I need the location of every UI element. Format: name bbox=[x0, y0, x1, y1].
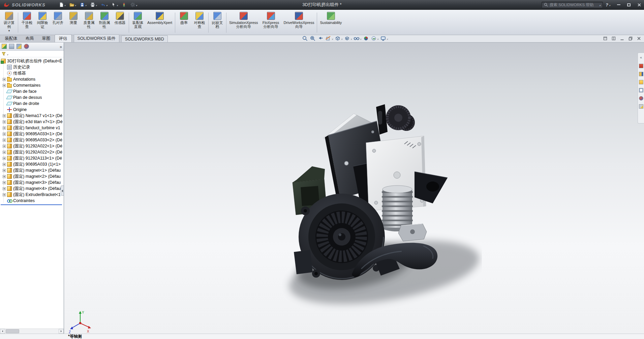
task-pane-expand-chevron[interactable] bbox=[640, 54, 642, 60]
search-dropdown-caret[interactable] bbox=[599, 2, 601, 8]
tree-item[interactable]: (固定) magnet<4> (Défau bbox=[0, 186, 64, 192]
doc-window-icon[interactable] bbox=[603, 36, 608, 41]
close-button[interactable] bbox=[634, 1, 644, 8]
expand-toggle[interactable] bbox=[3, 133, 6, 136]
ribbon-button[interactable] bbox=[208, 12, 209, 33]
scroll-left-arrow[interactable] bbox=[0, 329, 5, 334]
dropdown-caret-icon[interactable] bbox=[64, 2, 66, 8]
maximize-button[interactable] bbox=[624, 1, 634, 8]
expand-toggle[interactable] bbox=[3, 169, 6, 172]
select-tool-button[interactable] bbox=[110, 1, 119, 8]
appearances-scenes-tab[interactable] bbox=[639, 96, 643, 101]
apply-scene-button[interactable] bbox=[371, 35, 378, 41]
search-input[interactable]: 搜索 SOLIDWORKS 帮助 bbox=[542, 2, 603, 8]
expand-toggle[interactable] bbox=[3, 187, 6, 190]
file-explorer-tab[interactable] bbox=[639, 80, 643, 84]
tree-item[interactable]: Commentaires bbox=[0, 82, 64, 88]
expand-toggle[interactable] bbox=[3, 139, 6, 142]
minimize-button[interactable] bbox=[614, 1, 624, 8]
dropdown-caret-icon[interactable] bbox=[609, 2, 610, 8]
ribbon-button[interactable]: 对称检 查 bbox=[192, 10, 207, 35]
ribbon-button[interactable]: FloXpress 分析向导 bbox=[260, 10, 282, 35]
tree-item[interactable]: (固定) Nema17 v1<1> (Dé bbox=[0, 113, 64, 119]
tree-item[interactable]: (固定) fanduct_turbine v1 bbox=[0, 125, 64, 131]
hide-show-items-button[interactable] bbox=[354, 35, 361, 41]
help-button[interactable] bbox=[606, 2, 610, 8]
section-view-button[interactable] bbox=[325, 35, 333, 41]
ribbon-button[interactable]: DriveWorksXpress 向导 bbox=[282, 10, 316, 35]
edit-appearance-button[interactable] bbox=[363, 35, 369, 41]
ribbon-button[interactable]: 比较文 档 bbox=[210, 10, 225, 35]
tree-item[interactable]: Plan de dessus bbox=[0, 94, 64, 101]
design-library-tab[interactable] bbox=[639, 72, 643, 76]
new-file-button[interactable] bbox=[58, 1, 67, 8]
options-button[interactable] bbox=[129, 1, 138, 8]
tree-item[interactable]: (固定) 91292A022<2> (Dé bbox=[0, 149, 64, 155]
dropdown-caret-icon[interactable] bbox=[7, 51, 8, 57]
command-tab[interactable]: 评估 bbox=[55, 34, 72, 42]
view-settings-button[interactable] bbox=[380, 35, 388, 41]
display-style-button[interactable] bbox=[344, 35, 352, 41]
propertymanager-tab[interactable] bbox=[9, 44, 14, 49]
ribbon-button[interactable] bbox=[226, 12, 226, 33]
command-tab[interactable]: 装配体 bbox=[1, 35, 22, 42]
tree-item[interactable]: (固定) magnet<2> (Défau bbox=[0, 173, 64, 179]
dropdown-caret-icon[interactable] bbox=[350, 35, 352, 41]
dropdown-caret-icon[interactable] bbox=[117, 2, 118, 8]
dropdown-caret-icon[interactable] bbox=[85, 2, 87, 8]
scroll-thumb[interactable] bbox=[6, 329, 19, 333]
tree-item[interactable]: (固定) 91292A113<1> (Dé bbox=[0, 155, 64, 161]
view-orientation-button[interactable] bbox=[335, 35, 342, 41]
expand-toggle[interactable] bbox=[3, 114, 6, 117]
dropdown-caret-icon[interactable] bbox=[341, 35, 342, 41]
expand-toggle[interactable] bbox=[3, 120, 6, 123]
command-tab[interactable]: SOLIDWORKS 插件 bbox=[74, 34, 119, 42]
tree-item[interactable]: (固定) magnet<1> (Défau bbox=[0, 167, 64, 173]
tree-item[interactable]: (固定) 90695A033<1> (Dé bbox=[0, 131, 64, 137]
ribbon-button[interactable]: 质量属 性 bbox=[81, 10, 97, 35]
configurationmanager-tab[interactable] bbox=[17, 44, 22, 49]
ribbon-button[interactable]: 设计算 例 ▾ bbox=[1, 10, 17, 35]
zoom-to-fit-button[interactable] bbox=[302, 35, 308, 41]
panel-tabs-overflow-chevron[interactable] bbox=[60, 44, 62, 50]
tree-item[interactable]: (固定) ExtruderBracket<1 bbox=[0, 192, 64, 198]
dropdown-caret-icon[interactable] bbox=[387, 35, 388, 41]
dropdown-caret-icon[interactable] bbox=[332, 35, 333, 41]
undo-button[interactable] bbox=[99, 1, 109, 8]
rollback-bar[interactable] bbox=[1, 204, 62, 205]
tree-item[interactable]: Annotations bbox=[0, 76, 64, 82]
expand-toggle[interactable] bbox=[3, 181, 6, 184]
ribbon-button[interactable]: Sustainability bbox=[318, 10, 343, 35]
doc-restore-button[interactable] bbox=[628, 36, 633, 41]
ribbon-button[interactable] bbox=[175, 12, 175, 33]
expand-toggle[interactable] bbox=[3, 163, 6, 166]
tree-item[interactable]: Plan de face bbox=[0, 88, 64, 94]
expand-toggle[interactable] bbox=[3, 175, 6, 178]
rebuild-button[interactable] bbox=[120, 1, 128, 8]
ribbon-button[interactable] bbox=[129, 12, 129, 33]
zoom-to-area-button[interactable] bbox=[310, 35, 316, 41]
previous-view-button[interactable] bbox=[317, 35, 324, 41]
command-tab[interactable]: 草图 bbox=[38, 35, 55, 42]
view-palette-tab[interactable] bbox=[639, 88, 643, 92]
tree-item[interactable]: (固定) 91292A022<1> (Dé bbox=[0, 143, 64, 149]
ribbon-button[interactable]: AssemblyXpert bbox=[146, 10, 174, 35]
command-tab[interactable]: 布局 bbox=[22, 35, 38, 42]
ribbon-button[interactable]: 干涉检 查 bbox=[19, 10, 35, 35]
tree-item[interactable]: (固定) magnet<3> (Défau bbox=[0, 179, 64, 186]
tree-item[interactable]: Origine bbox=[0, 107, 64, 113]
featuremanager-tree-tab[interactable] bbox=[2, 44, 7, 49]
command-tab[interactable]: SOLIDWORKS MBD bbox=[121, 35, 168, 42]
ribbon-button[interactable]: 孔对齐 bbox=[50, 10, 66, 35]
ribbon-button[interactable]: 曲率 bbox=[176, 10, 192, 35]
tree-item[interactable]: Plan de droite bbox=[0, 101, 64, 107]
dropdown-caret-icon[interactable] bbox=[106, 2, 108, 8]
dropdown-caret-icon[interactable] bbox=[377, 35, 378, 41]
solidworks-resources-tab[interactable] bbox=[639, 64, 643, 68]
doc-minimize-button[interactable] bbox=[620, 36, 624, 41]
ribbon-button[interactable]: 剖面属 性 bbox=[97, 10, 112, 35]
ribbon-button[interactable]: 传感器 bbox=[112, 10, 128, 35]
ribbon-button[interactable]: 装配体 直观 bbox=[130, 10, 146, 35]
custom-properties-tab[interactable] bbox=[639, 104, 643, 109]
3d-model[interactable] bbox=[273, 100, 482, 315]
